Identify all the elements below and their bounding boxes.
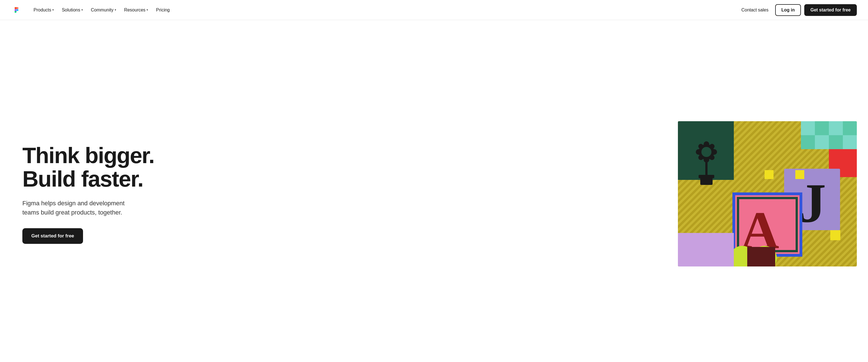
- login-button[interactable]: Log in: [775, 4, 801, 16]
- svg-point-11: [698, 144, 703, 149]
- svg-point-9: [696, 149, 702, 155]
- nav-left: Products ▾ Solutions ▾ Community ▾ Resou…: [11, 5, 173, 15]
- svg-rect-23: [829, 135, 843, 149]
- svg-rect-17: [801, 121, 815, 135]
- svg-point-14: [710, 155, 715, 160]
- svg-rect-20: [843, 121, 857, 135]
- nav-links: Products ▾ Solutions ▾ Community ▾ Resou…: [31, 6, 173, 14]
- nav-right: Contact sales Log in Get started for fre…: [738, 4, 857, 16]
- chevron-down-icon: ▾: [52, 8, 54, 12]
- svg-rect-33: [765, 170, 774, 179]
- svg-rect-18: [815, 121, 829, 135]
- svg-rect-22: [815, 135, 829, 149]
- svg-rect-24: [843, 135, 857, 149]
- svg-point-10: [711, 149, 717, 155]
- hero-section: Think bigger. Build faster. Figma helps …: [0, 20, 868, 362]
- chevron-down-icon: ▾: [115, 8, 116, 12]
- get-started-nav-button[interactable]: Get started for free: [804, 4, 857, 16]
- svg-rect-35: [830, 230, 840, 240]
- svg-rect-21: [801, 135, 815, 149]
- svg-rect-38: [747, 247, 775, 266]
- svg-point-12: [710, 144, 715, 149]
- svg-point-6: [702, 147, 711, 157]
- hero-illustration: J A: [678, 121, 857, 266]
- svg-rect-34: [795, 170, 804, 179]
- chevron-down-icon: ▾: [81, 8, 83, 12]
- svg-point-13: [698, 155, 703, 160]
- svg-point-7: [704, 141, 709, 147]
- nav-solutions[interactable]: Solutions ▾: [59, 6, 86, 14]
- svg-rect-19: [829, 121, 843, 135]
- hero-text: Think bigger. Build faster. Figma helps …: [22, 144, 154, 244]
- contact-sales-button[interactable]: Contact sales: [738, 5, 772, 15]
- svg-rect-39: [678, 233, 734, 266]
- figma-logo[interactable]: [11, 5, 22, 15]
- chevron-down-icon: ▾: [147, 8, 148, 12]
- nav-resources[interactable]: Resources ▾: [121, 6, 151, 14]
- hero-title: Think bigger. Build faster.: [22, 144, 154, 191]
- nav-community[interactable]: Community ▾: [88, 6, 119, 14]
- svg-rect-16: [699, 175, 714, 178]
- svg-point-8: [704, 157, 709, 163]
- nav-products[interactable]: Products ▾: [31, 6, 57, 14]
- hero-subtitle: Figma helps design and development teams…: [22, 199, 140, 217]
- nav-pricing[interactable]: Pricing: [153, 6, 173, 14]
- get-started-hero-button[interactable]: Get started for free: [22, 228, 83, 244]
- navbar: Products ▾ Solutions ▾ Community ▾ Resou…: [0, 0, 868, 20]
